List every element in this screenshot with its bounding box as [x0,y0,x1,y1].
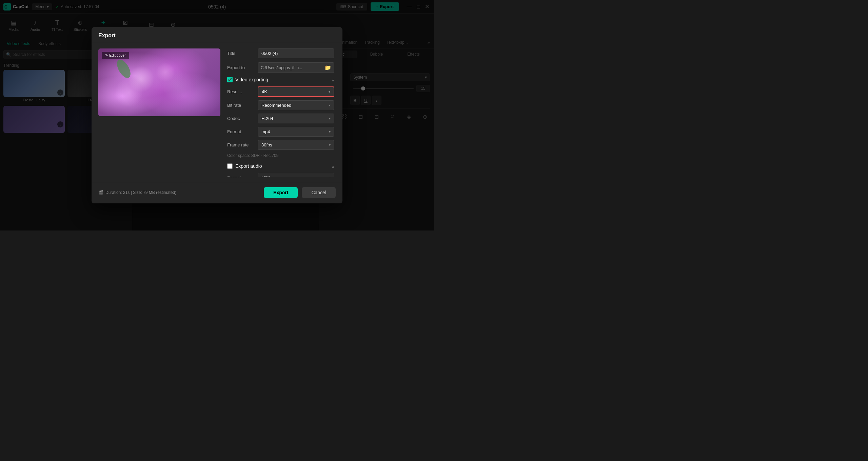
folder-button[interactable]: 📁 [324,64,331,71]
export-to-row: Export to C:/Users/topgus_thin... 📁 [227,62,334,73]
codec-label: Codec [227,116,258,121]
preview-image: ✎ Edit cover [98,48,220,116]
modal-footer: 🎬 Duration: 21s | Size: 79 MB (estimated… [92,183,342,203]
audio-format-row: Format MP3 ▾ [227,173,334,177]
bit-rate-label: Bit rate [227,103,258,108]
frame-rate-label: Frame rate [227,142,258,147]
bit-rate-arrow: ▾ [329,103,331,107]
title-label: Title [227,51,258,56]
export-to-label: Export to [227,65,258,70]
audio-format-select: MP3 ▾ [258,173,334,177]
bit-rate-row: Bit rate Recommended ▾ [227,100,334,110]
format-arrow: ▾ [329,130,331,134]
modal-body: ✎ Edit cover Title Export to C:/Users/to… [92,43,342,183]
modal-settings: Title Export to C:/Users/topgus_thin... … [227,48,336,177]
export-modal: Export ✎ Edit cover Title [92,27,342,203]
cancel-modal-button[interactable]: Cancel [302,187,336,198]
modal-overlay: Export ✎ Edit cover Title [0,0,434,230]
color-space-text: Color space: SDR - Rec.709 [227,153,334,158]
frame-rate-select[interactable]: 30fps ▾ [258,140,334,150]
video-exporting-header: Video exporting ▴ [227,77,334,82]
bit-rate-select[interactable]: Recommended ▾ [258,100,334,110]
video-exporting-checkbox[interactable] [227,77,233,82]
audio-section-header: Export audio ▴ [227,163,334,169]
film-icon: 🎬 [98,190,103,195]
codec-select[interactable]: H.264 ▾ [258,114,334,123]
resolution-select[interactable]: 4K ▾ [258,86,334,97]
frame-rate-arrow: ▾ [329,143,331,147]
title-setting-row: Title [227,48,334,58]
audio-format-arrow: ▾ [329,176,331,177]
modal-preview: ✎ Edit cover [98,48,220,177]
frame-rate-row: Frame rate 30fps ▾ [227,140,334,150]
resolution-label: Resol... [227,89,258,94]
title-input[interactable] [258,48,334,58]
codec-arrow: ▾ [329,117,331,120]
resolution-arrow: ▾ [329,90,330,94]
modal-header: Export [92,27,342,43]
video-exporting-title: Video exporting [235,77,329,82]
format-row: Format mp4 ▾ [227,127,334,137]
export-audio-title: Export audio [235,163,329,169]
footer-info: 🎬 Duration: 21s | Size: 79 MB (estimated… [98,190,260,195]
export-audio-checkbox[interactable] [227,163,233,169]
resolution-row: Resol... 4K ▾ [227,86,334,97]
path-input-wrap: C:/Users/topgus_thin... 📁 [258,62,334,73]
export-modal-button[interactable]: Export [264,187,298,198]
export-path-text: C:/Users/topgus_thin... [261,65,322,70]
codec-row: Codec H.264 ▾ [227,114,334,123]
export-audio-info-icon[interactable]: ▴ [332,164,334,169]
video-exporting-info-icon[interactable]: ▴ [332,77,334,82]
audio-format-label: Format [227,175,258,177]
format-label: Format [227,129,258,134]
edit-cover-button[interactable]: ✎ Edit cover [102,52,129,59]
format-select[interactable]: mp4 ▾ [258,127,334,137]
